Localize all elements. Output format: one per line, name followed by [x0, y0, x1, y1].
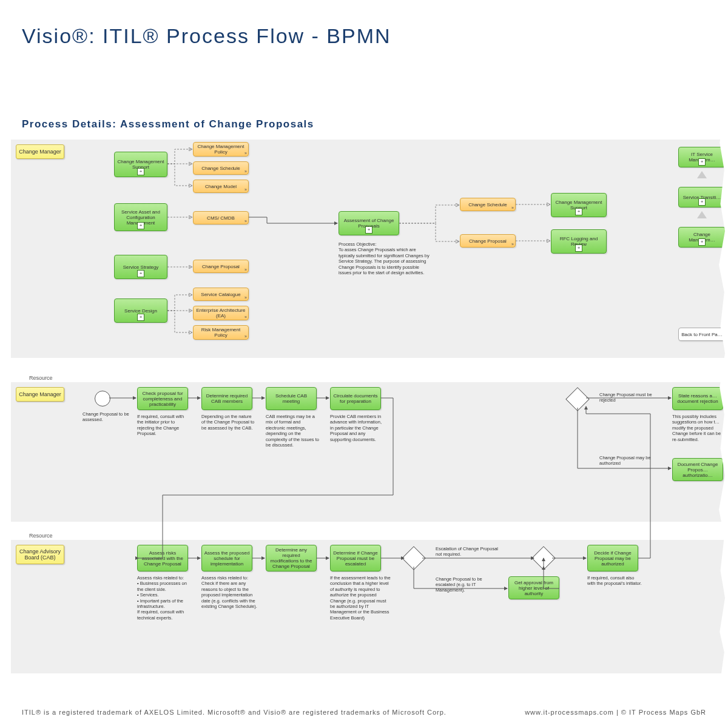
doc-risk-mgmt-policy[interactable]: Risk Management Policy» — [193, 325, 249, 340]
task-decide-authorization[interactable]: Decide if Change Proposal may be authori… — [587, 545, 638, 571]
note-circulate: Provide CAB members in advance with info… — [330, 414, 386, 442]
note-assess-schedule: Assess risks related to: Check if there … — [201, 575, 258, 609]
subprocess-cms-out[interactable]: Change Management Support+ — [551, 193, 607, 217]
task-schedule-cab-meeting[interactable]: Schedule CAB meeting — [266, 387, 317, 410]
task-get-approval[interactable]: Get approval from higher level of author… — [508, 576, 559, 599]
link-change-mgmt[interactable]: Change Managem…+ — [678, 227, 726, 248]
footer-credits: www.it-processmaps.com | © IT Process Ma… — [525, 709, 706, 716]
back-to-front-button[interactable]: Back to Front Pa… — [678, 328, 726, 341]
page-title: Visio®: ITIL® Process Flow - BPMN — [22, 24, 391, 48]
flow-authorize-label: Change Proposal may be authorized — [599, 455, 654, 466]
subprocess-service-design[interactable]: Service Design+ — [114, 298, 167, 323]
doc-change-model[interactable]: Change Model» — [193, 180, 249, 193]
flow-reject-label: Change Proposal must be rejected — [599, 392, 654, 403]
lane-cab: Change Advisory Board (CAB) — [16, 545, 64, 564]
note-escalation: If the assessment leads to the conclusio… — [330, 575, 391, 621]
start-event[interactable] — [95, 391, 110, 406]
note-decide: If required, consult also with the propo… — [587, 575, 642, 587]
doc-change-mgmt-policy[interactable]: Change Management Policy» — [193, 142, 249, 157]
doc-change-schedule[interactable]: Change Schedule» — [193, 161, 249, 175]
task-circulate-documents[interactable]: Circulate documents for preparation — [330, 387, 381, 410]
doc-change-proposal[interactable]: Change Proposal» — [193, 260, 249, 273]
doc-change-proposal-out[interactable]: Change Proposal» — [460, 234, 516, 248]
lane-change-manager: Change Manager — [16, 144, 64, 159]
doc-change-schedule-out[interactable]: Change Schedule» — [460, 198, 516, 211]
subprocess-sacm[interactable]: Service Asset and Configuration Manageme… — [114, 203, 167, 231]
doc-enterprise-architecture[interactable]: Enterprise Architecture (EA)» — [193, 306, 249, 320]
diagram-canvas: Change Manager Change Management Support… — [11, 140, 728, 692]
note-rejection: This possibly includes suggestions on ho… — [672, 414, 727, 442]
doc-cms-cmdb[interactable]: CMS/ CMDB» — [193, 211, 249, 224]
task-document-authorization[interactable]: Document Change Propos… authorizatio… — [672, 458, 723, 481]
lane-change-manager-2: Change Manager — [16, 387, 64, 402]
footer-trademark: ITIL® is a registered trademark of AXELO… — [22, 709, 447, 716]
start-note: Change Proposal to be assessed. — [83, 411, 131, 423]
note-assess-risks: Assess risks related to: • Business proc… — [137, 575, 194, 621]
task-check-proposal[interactable]: Check proposal for completeness and prac… — [137, 387, 188, 410]
doc-service-catalogue[interactable]: Service Catalogue» — [193, 288, 249, 301]
task-assess-schedule[interactable]: Assess the proposed schedule for impleme… — [201, 545, 252, 571]
task-assess-risks[interactable]: Assess risks associated with the Change … — [137, 545, 188, 571]
task-determine-cab-members[interactable]: Determine required CAB members — [201, 387, 252, 410]
note-cab-members: Depending on the nature of the Change Pr… — [201, 414, 255, 431]
note-schedule-cab: CAB meetings may be a mix of formal and … — [266, 414, 319, 448]
note-check-proposal: If required, consult with the initiator … — [137, 414, 190, 437]
page-subtitle: Process Details: Assessment of Change Pr… — [22, 118, 314, 130]
subprocess-assessment-central[interactable]: Assessment of Change Proposals+ — [339, 211, 399, 235]
task-determine-modifications[interactable]: Determine any required modifications to … — [266, 545, 317, 571]
footer: ITIL® is a registered trademark of AXELO… — [22, 709, 706, 716]
subprocess-rfc-logging[interactable]: RFC Logging and Review+ — [551, 229, 607, 254]
flow-escalation: Change Proposal to be escalated (e.g. to… — [436, 576, 502, 593]
resource-label-2: Resource — [29, 533, 53, 539]
task-state-rejection[interactable]: State reasons a… document rejection — [672, 387, 723, 410]
link-it-service-mgmt[interactable]: IT Service Managem…+ — [678, 147, 726, 167]
objective-text: Process Objective: To asses Change Propo… — [339, 241, 430, 275]
flow-no-escalation: Escalation of Change Proposal not requir… — [436, 546, 502, 557]
subprocess-change-mgmt-support[interactable]: Change Management Support+ — [114, 152, 167, 177]
link-service-transition[interactable]: Service Transiti…+ — [678, 187, 726, 207]
task-determine-escalation[interactable]: Determine if Change Proposal must be esc… — [330, 545, 381, 571]
subprocess-service-strategy[interactable]: Service Strategy+ — [114, 255, 167, 279]
resource-label-1: Resource — [29, 375, 53, 381]
